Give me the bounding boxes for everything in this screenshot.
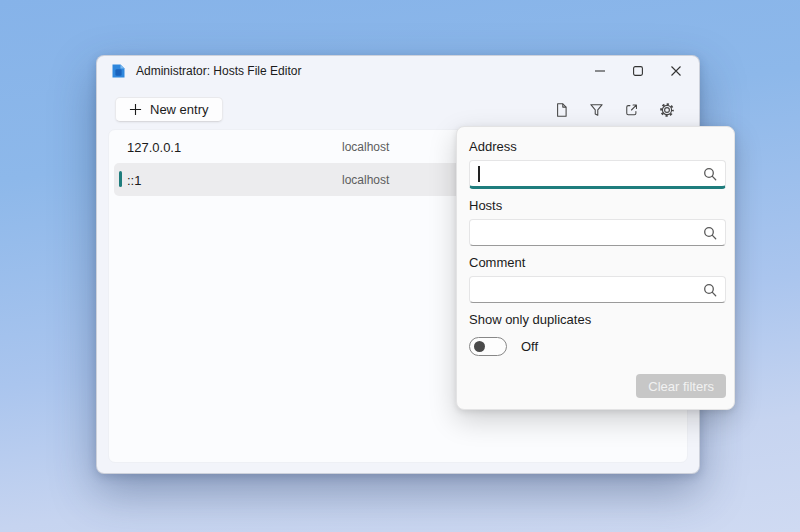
filter-icon[interactable] — [579, 95, 614, 125]
address-filter-group: Address — [469, 139, 726, 189]
search-icon — [703, 167, 717, 181]
new-entry-label: New entry — [150, 102, 209, 117]
flyout-footer: Clear filters — [469, 374, 726, 398]
entry-hosts: localhost — [342, 173, 389, 187]
toolbar: New entry — [97, 97, 699, 125]
titlebar[interactable]: Administrator: Hosts File Editor — [97, 56, 699, 86]
duplicates-toggle-row: Off — [469, 337, 726, 356]
entry-hosts: localhost — [342, 140, 389, 154]
toolbar-icon-group — [544, 95, 684, 125]
toggle-state-label: Off — [521, 339, 538, 354]
new-file-icon[interactable] — [544, 95, 579, 125]
entry-address: ::1 — [127, 172, 141, 187]
plus-icon — [129, 103, 142, 116]
address-search-box — [469, 160, 726, 189]
text-caret — [478, 166, 480, 182]
entry-address: 127.0.0.1 — [127, 139, 181, 154]
hosts-search-box — [469, 219, 726, 246]
open-external-icon[interactable] — [614, 95, 649, 125]
show-only-duplicates-label: Show only duplicates — [469, 312, 726, 328]
comment-search-box — [469, 276, 726, 303]
toggle-knob — [474, 341, 485, 352]
hosts-filter-group: Hosts — [469, 198, 726, 246]
selection-accent-bar — [119, 171, 122, 187]
desktop-background: Administrator: Hosts File Editor New en — [0, 0, 800, 532]
duplicates-toggle-switch[interactable] — [469, 337, 507, 356]
comment-label: Comment — [469, 255, 726, 271]
app-icon — [111, 63, 126, 79]
settings-gear-icon[interactable] — [649, 95, 684, 125]
address-filter-input[interactable] — [478, 162, 697, 185]
close-button[interactable] — [657, 56, 695, 86]
hosts-label: Hosts — [469, 198, 726, 214]
hosts-filter-input[interactable] — [478, 221, 697, 244]
search-icon — [703, 226, 717, 240]
comment-filter-input[interactable] — [478, 278, 697, 301]
address-label: Address — [469, 139, 726, 155]
comment-filter-group: Comment — [469, 255, 726, 303]
window-title: Administrator: Hosts File Editor — [136, 64, 301, 78]
filter-flyout: Address Hosts — [456, 126, 735, 410]
search-icon — [703, 283, 717, 297]
new-entry-button[interactable]: New entry — [115, 97, 223, 122]
caption-buttons — [581, 56, 695, 86]
minimize-button[interactable] — [581, 56, 619, 86]
maximize-button[interactable] — [619, 56, 657, 86]
clear-filters-button[interactable]: Clear filters — [636, 374, 726, 398]
